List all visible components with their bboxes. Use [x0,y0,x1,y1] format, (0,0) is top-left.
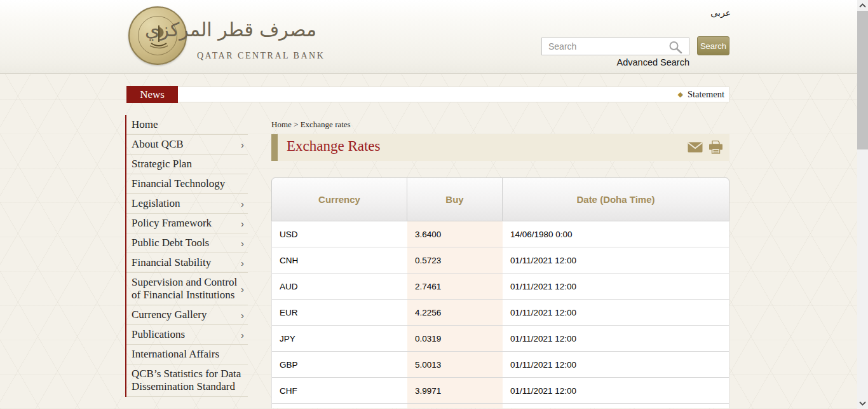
sidebar-nav: HomeAbout QCB›Strategic PlanFinancial Te… [125,115,248,397]
column-header-buy: Buy [407,178,503,221]
sidebar-item-supervision-and-control-of-financial-institutions[interactable]: Supervision and Control of Financial Ins… [126,273,248,305]
news-ticker-item-label: Statement [688,89,724,100]
buy-cell: 0.5723 [407,247,503,273]
buy-cell: 4.2256 [407,300,503,325]
sidebar-item-financial-technology[interactable]: Financial Technology [126,174,248,194]
table-row: USD3.640014/06/1980 0:00 [272,221,729,247]
news-ticker-strip [126,87,729,102]
bank-name-english: QATAR CENTRAL BANK [197,51,325,61]
chevron-right-icon: › [238,330,244,340]
scroll-up-icon[interactable] [857,0,868,11]
qcb-logo[interactable]: مصرف قطر المركزي QATAR CENTRAL BANK [126,5,316,69]
chevron-right-icon: › [238,258,244,268]
sidebar-item-home[interactable]: Home [126,115,248,135]
table-row: AUD2.746101/11/2021 12:00 [272,274,729,300]
exchange-rates-table: CurrencyBuyDate (Doha Time) USD3.640014/… [271,177,729,408]
currency-cell: AUD [272,274,407,299]
arabic-language-link[interactable]: عربى [710,8,731,18]
currency-cell: CHF [272,378,407,403]
table-row: GBP5.001301/11/2021 12:00 [272,352,729,378]
chevron-right-icon: › [238,310,244,320]
sidebar-item-label: Home [132,118,158,131]
table-row: CHF3.997101/11/2021 12:00 [272,378,729,404]
currency-cell: JPY [272,326,407,351]
chevron-right-icon: › [238,199,244,209]
date-cell: 01/11/2021 12:00 [503,352,729,377]
sidebar-item-label: About QCB [132,138,184,151]
sidebar-item-label: Policy Framework [132,217,212,230]
sidebar-item-strategic-plan[interactable]: Strategic Plan [126,155,248,174]
buy-cell: 5.0013 [407,352,503,377]
title-accent-bar [271,134,278,161]
sidebar-item-label: Financial Technology [132,177,225,190]
search-button[interactable]: Search [697,36,729,55]
sidebar-item-about-qcb[interactable]: About QCB› [126,135,248,155]
sidebar-item-label: Public Debt Tools [132,237,209,249]
currency-cell: CNH [272,247,407,273]
buy-cell: 0.0319 [407,326,503,351]
sidebar-item-public-debt-tools[interactable]: Public Debt Tools› [126,233,248,253]
buy-cell: 2.7461 [407,274,503,299]
news-label[interactable]: News [126,86,178,103]
date-cell: 01/11/2021 12:00 [503,378,729,403]
chevron-right-icon: › [238,284,244,294]
search-input[interactable] [541,38,689,55]
date-cell: 01/11/2021 12:00 [503,326,729,351]
print-icon[interactable] [709,141,723,156]
chevron-right-icon: › [238,219,244,228]
news-ticker-item[interactable]: ◆ Statement [678,86,724,103]
buy-cell [407,404,503,408]
date-cell [503,404,729,408]
sidebar-item-label: Supervision and Control of Financial Ins… [132,276,238,302]
breadcrumb-current: Exchange rates [301,120,351,129]
sidebar-item-label: QCB’s Statistics for Data Dissemination … [132,368,244,393]
sidebar-item-policy-framework[interactable]: Policy Framework› [126,214,248,233]
currency-cell [272,404,407,408]
diamond-bullet-icon: ◆ [678,91,683,98]
date-cell: 14/06/1980 0:00 [503,221,729,247]
page-title-bar: Exchange Rates [271,134,729,161]
search-area: Search [541,36,729,55]
date-cell: 01/11/2021 12:00 [503,274,729,299]
news-ticker-bar: News ◆ Statement [126,86,729,103]
site-header: مصرف قطر المركزي QATAR CENTRAL BANK عربى… [0,0,857,74]
currency-cell: USD [272,221,407,247]
table-row: EUR4.225601/11/2021 12:00 [272,300,729,326]
vertical-scrollbar[interactable] [857,0,868,409]
scrollbar-thumb[interactable] [857,11,868,149]
column-header-date-doha-time: Date (Doha Time) [503,178,729,221]
table-row: CNH0.572301/11/2021 12:00 [272,247,729,274]
breadcrumb-home-link[interactable]: Home [271,120,292,129]
sidebar-item-international-affairs[interactable]: International Affairs [126,345,248,364]
sidebar-item-currency-gallery[interactable]: Currency Gallery› [126,305,248,325]
bank-name-arabic: مصرف قطر المركزي [196,19,316,41]
currency-cell: EUR [272,300,407,325]
sidebar-item-label: International Affairs [132,348,219,361]
date-cell: 01/11/2021 12:00 [503,300,729,325]
currency-cell: GBP [272,352,407,377]
sidebar-item-label: Currency Gallery [132,308,207,321]
sidebar-item-legislation[interactable]: Legislation› [126,194,248,214]
buy-cell: 3.9971 [407,378,503,403]
sidebar-item-label: Publications [132,328,185,341]
page-title: Exchange Rates [287,138,381,155]
breadcrumb: Home > Exchange rates [271,120,351,130]
sidebar-item-financial-stability[interactable]: Financial Stability› [126,253,248,273]
sidebar-item-qcb-s-statistics-for-data-dissemination-standard[interactable]: QCB’s Statistics for Data Dissemination … [126,364,248,397]
advanced-search-link[interactable]: Advanced Search [541,57,689,67]
scroll-down-icon[interactable] [857,398,868,409]
breadcrumb-separator: > [294,120,298,129]
table-row: JPY0.031901/11/2021 12:00 [272,326,729,352]
table-header-row: CurrencyBuyDate (Doha Time) [271,177,729,221]
column-header-currency: Currency [272,178,407,221]
sidebar-item-label: Financial Stability [132,256,211,269]
email-icon[interactable] [688,142,703,155]
chevron-right-icon: › [238,239,244,248]
table-body: USD3.640014/06/1980 0:00CNH0.572301/11/2… [271,221,729,408]
date-cell: 01/11/2021 12:00 [503,247,729,273]
sidebar-item-label: Strategic Plan [132,158,192,170]
table-row-partial [272,404,729,408]
sidebar-item-publications[interactable]: Publications› [126,325,248,345]
buy-cell: 3.6400 [407,221,503,247]
sidebar-item-label: Legislation [132,197,180,210]
